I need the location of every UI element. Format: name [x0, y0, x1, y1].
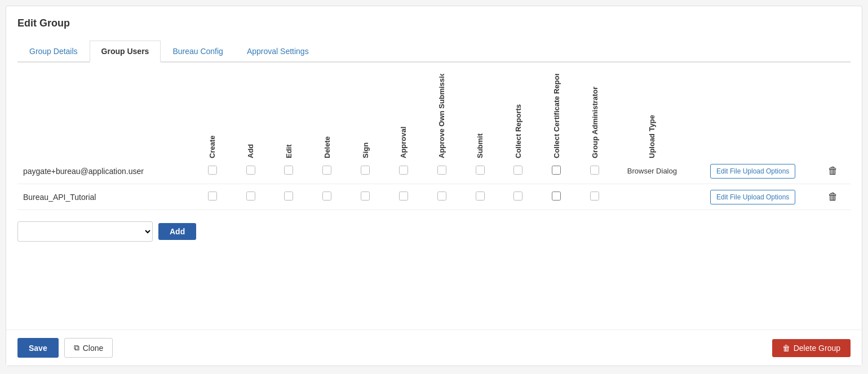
tab-bureau-config[interactable]: Bureau Config	[161, 41, 235, 63]
col-actions-header	[690, 74, 816, 158]
user-approval-checkbox-cell	[384, 184, 423, 210]
sign-checkbox-0[interactable]	[361, 166, 370, 175]
table-header-row: Create Add Edit Delete Sign Ap	[17, 74, 851, 158]
approval-checkbox-1[interactable]	[399, 192, 408, 201]
footer-left-actions: Save ⧉ Clone	[17, 338, 113, 358]
footer-bar: Save ⧉ Clone 🗑 Delete Group	[6, 330, 862, 366]
approval-checkbox-0[interactable]	[399, 166, 408, 175]
clone-label: Clone	[83, 344, 104, 353]
users-table: Create Add Edit Delete Sign Ap	[17, 74, 851, 210]
delete-group-label: Delete Group	[794, 344, 840, 353]
group-admin-checkbox-0[interactable]	[590, 166, 599, 175]
user-approval-checkbox-cell	[384, 158, 423, 184]
approve-own-checkbox-0[interactable]	[437, 166, 446, 175]
user-group-admin-checkbox-cell	[575, 184, 614, 210]
submit-checkbox-0[interactable]	[476, 166, 485, 175]
user-collect-reports-checkbox-cell	[499, 158, 537, 184]
collect-cert-checkbox-0[interactable]	[552, 166, 561, 175]
user-submit-checkbox-cell	[461, 158, 499, 184]
approve-own-checkbox-1[interactable]	[437, 192, 446, 201]
user-name-header	[17, 74, 193, 158]
user-edit-upload-cell: Edit File Upload Options	[690, 184, 816, 210]
create-checkbox-1[interactable]	[208, 192, 217, 201]
add-checkbox-1[interactable]	[246, 192, 255, 201]
user-delete-checkbox-cell	[308, 184, 346, 210]
edit-checkbox-0[interactable]	[284, 166, 293, 175]
user-collect-cert-checkbox-cell	[537, 184, 575, 210]
collect-reports-checkbox-1[interactable]	[513, 192, 522, 201]
table-row: paygate+bureau@application.user Browser …	[17, 158, 851, 184]
user-add-checkbox-cell	[232, 184, 270, 210]
clone-button[interactable]: ⧉ Clone	[64, 338, 113, 358]
delete-checkbox-1[interactable]	[322, 192, 331, 201]
save-button[interactable]: Save	[17, 338, 59, 358]
tabs: Group Details Group Users Bureau Config …	[17, 41, 851, 63]
users-table-wrapper: Create Add Edit Delete Sign Ap	[17, 74, 851, 210]
user-approve-own-checkbox-cell	[423, 158, 461, 184]
add-user-button[interactable]: Add	[158, 223, 196, 240]
user-delete-checkbox-cell	[308, 158, 346, 184]
user-edit-checkbox-cell	[270, 184, 308, 210]
delete-user-button-0[interactable]: 🗑	[823, 163, 843, 179]
user-delete-cell: 🗑	[816, 158, 851, 184]
user-create-checkbox-cell	[193, 184, 232, 210]
collect-reports-checkbox-0[interactable]	[513, 166, 522, 175]
edit-file-upload-button-1[interactable]: Edit File Upload Options	[710, 190, 795, 204]
col-collect-cert-header: Collect Certificate Reports	[537, 74, 575, 158]
user-edit-checkbox-cell	[270, 158, 308, 184]
col-sign-header: Sign	[346, 74, 384, 158]
page-title: Edit Group	[17, 17, 851, 29]
user-name-cell: paygate+bureau@application.user	[17, 158, 193, 184]
users-table-body: paygate+bureau@application.user Browser …	[17, 158, 851, 210]
user-create-checkbox-cell	[193, 158, 232, 184]
user-delete-cell: 🗑	[816, 184, 851, 210]
user-submit-checkbox-cell	[461, 184, 499, 210]
edit-checkbox-1[interactable]	[284, 192, 293, 201]
edit-file-upload-button-0[interactable]: Edit File Upload Options	[710, 164, 795, 179]
user-collect-reports-checkbox-cell	[499, 184, 537, 210]
tab-group-users[interactable]: Group Users	[90, 41, 161, 63]
user-add-checkbox-cell	[232, 158, 270, 184]
user-upload-type-cell	[614, 184, 690, 210]
user-sign-checkbox-cell	[346, 158, 384, 184]
col-create-header: Create	[193, 74, 232, 158]
create-checkbox-0[interactable]	[208, 166, 217, 175]
delete-user-button-1[interactable]: 🗑	[823, 189, 843, 205]
col-submit-header: Submit	[461, 74, 499, 158]
col-add-header: Add	[232, 74, 270, 158]
user-edit-upload-cell: Edit File Upload Options	[690, 158, 816, 184]
col-group-admin-header: Group Administrator	[575, 74, 614, 158]
col-approval-header: Approval	[384, 74, 423, 158]
collect-cert-checkbox-1[interactable]	[552, 192, 561, 201]
delete-group-icon: 🗑	[782, 344, 790, 353]
sign-checkbox-1[interactable]	[361, 192, 370, 201]
col-delete-action-header	[816, 74, 851, 158]
user-collect-cert-checkbox-cell	[537, 158, 575, 184]
table-row: Bureau_API_Tutorial Edit File Upload Opt…	[17, 184, 851, 210]
add-user-select[interactable]	[17, 221, 153, 242]
group-admin-checkbox-1[interactable]	[590, 192, 599, 201]
delete-group-button[interactable]: 🗑 Delete Group	[772, 339, 851, 357]
col-collect-reports-header: Collect Reports	[499, 74, 537, 158]
tab-group-details[interactable]: Group Details	[17, 41, 90, 63]
page-container: Edit Group Group Details Group Users Bur…	[6, 6, 862, 366]
user-sign-checkbox-cell	[346, 184, 384, 210]
tab-approval-settings[interactable]: Approval Settings	[235, 41, 321, 63]
col-edit-header: Edit	[270, 74, 308, 158]
col-approve-own-header: Approve Own Submission	[423, 74, 461, 158]
user-group-admin-checkbox-cell	[575, 158, 614, 184]
col-upload-type-header: Upload Type	[614, 74, 690, 158]
user-approve-own-checkbox-cell	[423, 184, 461, 210]
submit-checkbox-1[interactable]	[476, 192, 485, 201]
delete-checkbox-0[interactable]	[322, 166, 331, 175]
add-checkbox-0[interactable]	[246, 166, 255, 175]
user-name-cell: Bureau_API_Tutorial	[17, 184, 193, 210]
clone-icon: ⧉	[74, 343, 79, 353]
add-user-section: Add	[17, 221, 851, 242]
col-delete-header: Delete	[308, 74, 346, 158]
user-upload-type-cell: Browser Dialog	[614, 158, 690, 184]
